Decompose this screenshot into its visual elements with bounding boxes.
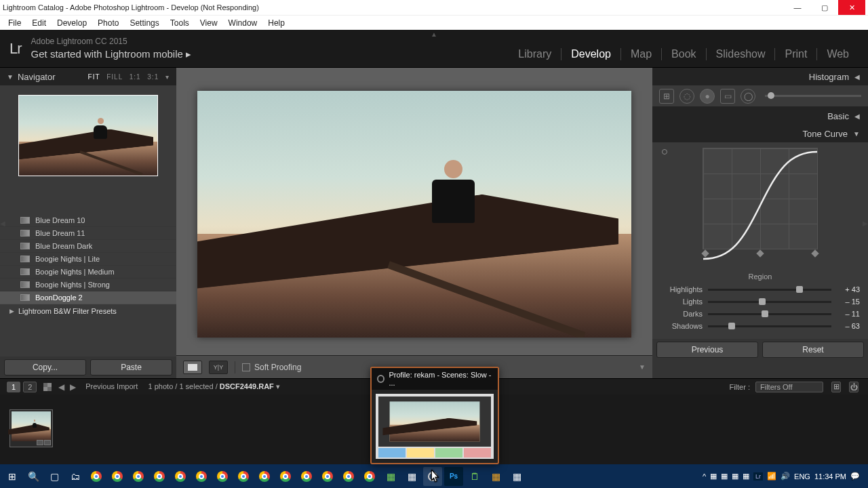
basic-header[interactable]: Basic ◀ (652, 107, 868, 125)
graduated-filter-tool-icon[interactable]: ▭ (720, 89, 735, 104)
slider-highlights[interactable]: Highlights + 43 (660, 283, 860, 296)
tray-language[interactable]: ENG (794, 472, 810, 481)
paste-button[interactable]: Paste (90, 359, 172, 375)
app-icon[interactable]: ▦ (381, 467, 400, 486)
tray-notifications-icon[interactable]: 💬 (850, 472, 860, 481)
navigator-header[interactable]: ▼ Navigator FIT FILL 1:1 3:1 ▾ (0, 68, 176, 85)
zoom-more-icon[interactable]: ▾ (165, 73, 170, 81)
chrome-icon[interactable] (234, 467, 253, 486)
tray-app-icon[interactable]: ▦ (721, 472, 728, 481)
preset-item[interactable]: BoonDoggle 2 (0, 291, 176, 304)
identity-plate[interactable]: Adobe Lightroom CC 2015 Get started with… (31, 37, 191, 60)
collapse-right-arrow-icon[interactable]: ▶ (863, 220, 868, 227)
chrome-icon[interactable] (276, 467, 295, 486)
menu-develop[interactable]: Develop (52, 18, 92, 28)
menu-photo[interactable]: Photo (92, 18, 124, 28)
toolbar-dropdown-icon[interactable]: ▼ (639, 363, 646, 371)
chrome-icon[interactable] (360, 467, 379, 486)
slider-lights[interactable]: Lights – 15 (660, 296, 860, 308)
image-canvas[interactable] (176, 68, 652, 355)
menu-file[interactable]: File (3, 18, 26, 28)
preset-item[interactable]: Blue Dream 11 (0, 227, 176, 240)
zoom-1to1[interactable]: 1:1 (130, 73, 141, 81)
obs-taskbar-icon[interactable] (423, 467, 442, 486)
window-close-button[interactable]: ✕ (838, 0, 865, 15)
spot-removal-tool-icon[interactable]: ◌ (679, 89, 694, 104)
module-print[interactable]: Print (774, 48, 816, 60)
collapse-top-arrow-icon[interactable]: ▲ (431, 30, 437, 38)
menu-edit[interactable]: Edit (26, 18, 52, 28)
menu-view[interactable]: View (195, 18, 223, 28)
preset-item[interactable]: Boogie Nights | Lite (0, 253, 176, 266)
app-icon[interactable]: ▦ (402, 467, 421, 486)
module-slideshow[interactable]: Slideshow (706, 48, 775, 60)
before-after-button[interactable]: Y|Y (209, 361, 228, 374)
preset-item[interactable]: Boogie Nights | Medium (0, 266, 176, 279)
filter-lock-icon[interactable]: ⊞ (831, 382, 841, 392)
tray-app-icon[interactable]: ▦ (710, 472, 717, 481)
module-book[interactable]: Book (661, 48, 705, 60)
chrome-icon[interactable] (87, 467, 106, 486)
module-library[interactable]: Library (509, 48, 561, 60)
preset-item[interactable]: Blue Dream 10 (0, 214, 176, 227)
task-view-icon[interactable]: ▢ (45, 467, 64, 486)
lightroom-tray-icon[interactable]: Lr (753, 472, 763, 481)
start-button[interactable]: ⊞ (3, 467, 22, 486)
window-minimize-button[interactable]: — (784, 0, 811, 15)
system-tray[interactable]: ^ ▦ ▦ ▦ ▦ Lr 📶 🔊 ENG 11:34 PM 💬 (703, 472, 865, 481)
filter-dropdown[interactable]: Filters Off (755, 382, 823, 392)
reset-button[interactable]: Reset (762, 342, 864, 358)
tone-curve-graph[interactable] (703, 148, 818, 249)
nav-back-icon[interactable]: ◀ (56, 382, 67, 392)
app-icon[interactable]: ▦ (486, 467, 505, 486)
chrome-icon[interactable] (129, 467, 148, 486)
mask-slider[interactable] (765, 95, 861, 97)
filmstrip-thumbnail[interactable] (9, 409, 53, 447)
chrome-icon[interactable] (150, 467, 169, 486)
file-explorer-icon[interactable]: 🗂 (66, 467, 85, 486)
zoom-fit[interactable]: FIT (88, 73, 100, 81)
secondary-display-2[interactable]: 2 (23, 382, 37, 392)
tray-clock[interactable]: 11:34 PM (814, 472, 846, 481)
chrome-icon[interactable] (213, 467, 232, 486)
histogram-header[interactable]: Histogram ◀ (652, 68, 868, 85)
crop-tool-icon[interactable]: ⊞ (659, 89, 674, 104)
secondary-display-1[interactable]: 1 (7, 382, 20, 392)
breadcrumb[interactable]: Previous Import 1 photo / 1 selected / D… (85, 382, 280, 391)
preset-folder[interactable]: ▶Lightroom B&W Filter Presets (0, 304, 176, 317)
tray-network-icon[interactable]: 📶 (767, 472, 776, 481)
app-icon[interactable]: ▦ (507, 467, 526, 486)
search-icon[interactable]: 🔍 (24, 467, 43, 486)
tray-app-icon[interactable]: ▦ (743, 472, 749, 481)
loupe-view-button[interactable] (183, 361, 202, 374)
grid-icon[interactable] (43, 383, 52, 391)
module-map[interactable]: Map (620, 48, 661, 60)
app-icon[interactable]: 🗒 (465, 467, 484, 486)
module-develop[interactable]: Develop (561, 48, 620, 60)
preset-item[interactable]: Boogie Nights | Strong (0, 279, 176, 291)
tone-curve-header[interactable]: Tone Curve ▼ (652, 125, 868, 142)
radial-filter-tool-icon[interactable]: ◯ (741, 89, 755, 104)
zoom-3to1[interactable]: 3:1 (147, 73, 159, 81)
chrome-icon[interactable] (255, 467, 274, 486)
chrome-icon[interactable] (318, 467, 337, 486)
filter-switch-icon[interactable]: ⏻ (849, 382, 859, 392)
photoshop-icon[interactable]: Ps (444, 467, 463, 486)
chrome-icon[interactable] (192, 467, 211, 486)
chrome-icon[interactable] (339, 467, 358, 486)
collapse-left-arrow-icon[interactable]: ◀ (0, 220, 5, 227)
navigator-preview[interactable] (0, 85, 176, 214)
tray-volume-icon[interactable]: 🔊 (781, 472, 790, 481)
previous-button[interactable]: Previous (656, 342, 758, 358)
window-maximize-button[interactable]: ▢ (811, 0, 838, 15)
soft-proofing-toggle[interactable]: Soft Proofing (242, 363, 301, 372)
chrome-icon[interactable] (297, 467, 316, 486)
slider-darks[interactable]: Darks – 11 (660, 308, 860, 320)
target-adjust-icon[interactable] (662, 149, 667, 155)
redeye-tool-icon[interactable]: ● (700, 89, 715, 104)
zoom-fill[interactable]: FILL (106, 73, 123, 81)
menu-settings[interactable]: Settings (124, 18, 164, 28)
menu-help[interactable]: Help (262, 18, 290, 28)
menu-tools[interactable]: Tools (165, 18, 195, 28)
module-web[interactable]: Web (816, 48, 859, 60)
